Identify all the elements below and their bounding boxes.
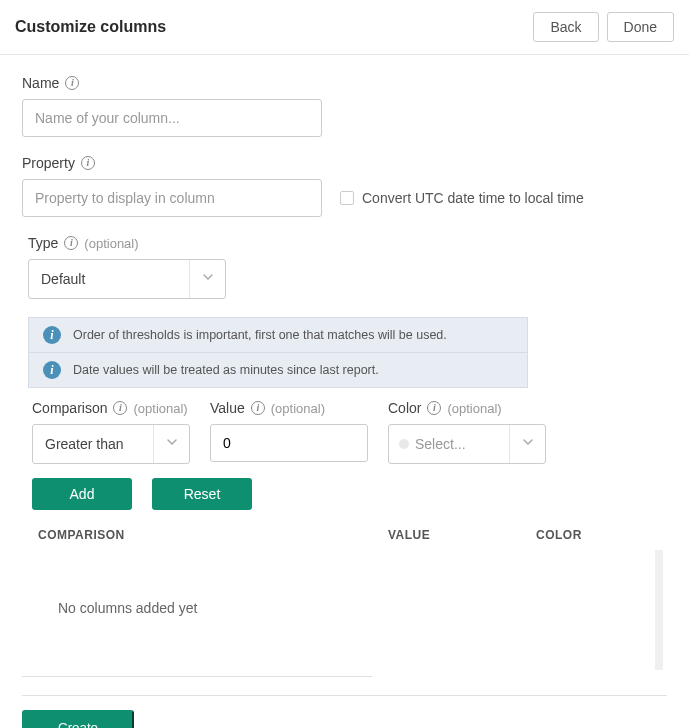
value-field: Value i (optional) <box>210 400 368 464</box>
name-field-group: Name i <box>22 75 667 137</box>
value-label: Value <box>210 400 245 416</box>
property-input[interactable] <box>22 179 322 217</box>
info-icon[interactable]: i <box>65 76 79 90</box>
info-banner-text: Date values will be treated as minutes s… <box>73 363 379 377</box>
header-actions: Back Done <box>533 12 674 42</box>
type-select[interactable]: Default <box>28 259 226 299</box>
color-optional: (optional) <box>447 401 501 416</box>
info-icon[interactable]: i <box>64 236 78 250</box>
info-banner-date: i Date values will be treated as minutes… <box>28 353 528 388</box>
value-input[interactable] <box>210 424 368 462</box>
color-select[interactable]: Select... <box>388 424 546 464</box>
comparison-label: Comparison <box>32 400 107 416</box>
name-label: Name <box>22 75 59 91</box>
comparison-select[interactable]: Greater than <box>32 424 190 464</box>
create-button[interactable]: Create <box>22 710 134 728</box>
info-icon: i <box>43 326 61 344</box>
divider <box>22 676 372 677</box>
table-header-row: COMPARISON VALUE COLOR <box>22 520 667 550</box>
dialog-content: Name i Property i Convert UTC date time … <box>0 55 689 728</box>
th-comparison: COMPARISON <box>38 528 388 542</box>
threshold-row: Comparison i (optional) Greater than Val… <box>32 400 667 464</box>
color-label: Color <box>388 400 421 416</box>
done-button[interactable]: Done <box>607 12 674 42</box>
property-field-group: Property i Convert UTC date time to loca… <box>22 155 667 217</box>
info-banner-text: Order of thresholds is important, first … <box>73 328 447 342</box>
type-label: Type <box>28 235 58 251</box>
type-field-group: Type i (optional) Default <box>22 235 667 299</box>
dialog-footer: Create <box>22 710 667 728</box>
info-icon: i <box>43 361 61 379</box>
threshold-actions: Add Reset <box>32 478 667 510</box>
empty-state-text: No columns added yet <box>58 600 197 616</box>
back-button[interactable]: Back <box>533 12 598 42</box>
value-optional: (optional) <box>271 401 325 416</box>
reset-button[interactable]: Reset <box>152 478 252 510</box>
page-title: Customize columns <box>15 18 166 36</box>
th-color: COLOR <box>536 528 667 542</box>
comparison-select-value: Greater than <box>33 436 136 452</box>
convert-utc-label: Convert UTC date time to local time <box>362 190 584 206</box>
property-label: Property <box>22 155 75 171</box>
thresholds-table: COMPARISON VALUE COLOR No columns added … <box>22 520 667 677</box>
info-icon[interactable]: i <box>427 401 441 415</box>
color-swatch <box>399 439 409 449</box>
color-select-placeholder: Select... <box>415 436 478 452</box>
comparison-field: Comparison i (optional) Greater than <box>32 400 190 464</box>
info-banner-order: i Order of thresholds is important, firs… <box>28 317 528 353</box>
chevron-down-icon <box>153 425 189 463</box>
comparison-optional: (optional) <box>133 401 187 416</box>
name-input[interactable] <box>22 99 322 137</box>
th-value: VALUE <box>388 528 536 542</box>
type-select-value: Default <box>29 271 97 287</box>
info-icon[interactable]: i <box>81 156 95 170</box>
dialog-header: Customize columns Back Done <box>0 0 689 55</box>
chevron-down-icon <box>509 425 545 463</box>
table-body: No columns added yet <box>22 550 663 670</box>
color-field: Color i (optional) Select... <box>388 400 546 464</box>
type-optional: (optional) <box>84 236 138 251</box>
divider <box>22 695 667 696</box>
chevron-down-icon <box>189 260 225 298</box>
convert-utc-checkbox[interactable] <box>340 191 354 205</box>
info-icon[interactable]: i <box>113 401 127 415</box>
info-icon[interactable]: i <box>251 401 265 415</box>
add-button[interactable]: Add <box>32 478 132 510</box>
